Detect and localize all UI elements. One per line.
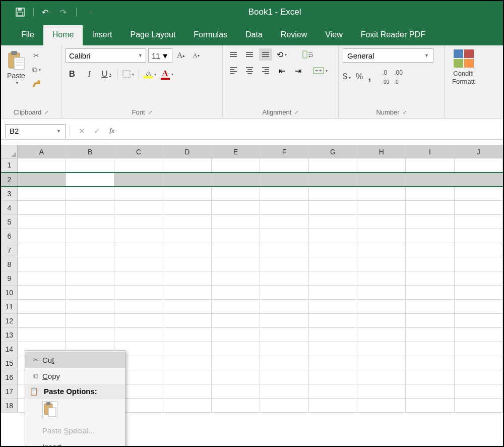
cell-I7[interactable] — [406, 243, 454, 257]
cell-H16[interactable] — [357, 370, 406, 384]
increase-indent-icon[interactable]: ⇥ — [291, 65, 304, 77]
cell-J4[interactable] — [454, 201, 502, 215]
cell-J14[interactable] — [454, 342, 502, 356]
cell-J1[interactable] — [454, 158, 502, 173]
ctx-cut[interactable]: ✂Cut — [25, 352, 125, 368]
cell-E8[interactable] — [212, 257, 260, 271]
wrap-text-icon[interactable] — [300, 48, 316, 61]
align-middle-icon[interactable] — [243, 48, 256, 61]
cell-I17[interactable] — [406, 384, 454, 399]
cell-G6[interactable] — [308, 229, 357, 243]
cell-G8[interactable] — [308, 257, 357, 271]
cell-F7[interactable] — [260, 243, 308, 257]
align-left-icon[interactable] — [227, 65, 240, 77]
increase-decimal-icon[interactable]: .0.00 — [382, 68, 389, 86]
number-format-select[interactable]: General▼ — [343, 48, 433, 63]
cell-A9[interactable] — [17, 271, 66, 286]
cell-I6[interactable] — [406, 229, 454, 243]
cell-F6[interactable] — [260, 229, 308, 243]
col-header-G[interactable]: G — [308, 145, 357, 158]
tab-foxit[interactable]: Foxit Reader PDF — [352, 25, 434, 45]
cell-B13[interactable] — [66, 328, 114, 342]
cell-B6[interactable] — [66, 229, 114, 243]
cell-C12[interactable] — [114, 314, 163, 328]
tab-page-layout[interactable]: Page Layout — [121, 25, 184, 45]
cell-H14[interactable] — [357, 342, 406, 356]
cell-A2[interactable] — [17, 173, 66, 187]
cell-A1[interactable] — [17, 158, 66, 173]
tab-insert[interactable]: Insert — [83, 25, 121, 45]
tab-data[interactable]: Data — [236, 25, 272, 45]
row-header-16[interactable]: 16 — [2, 370, 18, 384]
cell-G12[interactable] — [308, 314, 357, 328]
merge-center-icon[interactable]: ▾ — [312, 65, 328, 77]
cell-C1[interactable] — [114, 158, 163, 173]
cell-E16[interactable] — [212, 370, 260, 384]
redo-icon[interactable]: ↷ — [58, 7, 68, 17]
cell-D18[interactable] — [163, 399, 211, 413]
cell-E1[interactable] — [212, 158, 260, 173]
cell-E14[interactable] — [212, 342, 260, 356]
cell-F15[interactable] — [260, 356, 308, 370]
formula-input[interactable] — [119, 124, 503, 138]
cell-J15[interactable] — [454, 356, 502, 370]
number-dialog-icon[interactable]: ⤢ — [403, 109, 407, 115]
cell-F10[interactable] — [260, 286, 308, 300]
cell-F8[interactable] — [260, 257, 308, 271]
cell-H8[interactable] — [357, 257, 406, 271]
cell-E6[interactable] — [212, 229, 260, 243]
col-header-H[interactable]: H — [357, 145, 406, 158]
cell-D6[interactable] — [163, 229, 211, 243]
cell-D14[interactable] — [163, 342, 211, 356]
decrease-decimal-icon[interactable]: .00.0 — [394, 68, 403, 86]
align-dialog-icon[interactable]: ⤢ — [294, 109, 298, 115]
tab-review[interactable]: Review — [272, 25, 316, 45]
cell-I8[interactable] — [406, 257, 454, 271]
cell-H7[interactable] — [357, 243, 406, 257]
cell-H10[interactable] — [357, 286, 406, 300]
tab-formulas[interactable]: Formulas — [184, 25, 236, 45]
cell-B11[interactable] — [66, 300, 114, 314]
cell-A13[interactable] — [17, 328, 66, 342]
cell-J12[interactable] — [454, 314, 502, 328]
cell-J3[interactable] — [454, 187, 502, 201]
cell-H5[interactable] — [357, 215, 406, 229]
cell-F12[interactable] — [260, 314, 308, 328]
col-header-E[interactable]: E — [212, 145, 260, 158]
row-header-15[interactable]: 15 — [2, 356, 18, 370]
align-center-icon[interactable] — [243, 65, 256, 77]
cell-D8[interactable] — [163, 257, 211, 271]
row-header-17[interactable]: 17 — [2, 384, 18, 399]
cell-J18[interactable] — [454, 399, 502, 413]
col-header-B[interactable]: B — [66, 145, 114, 158]
cell-H13[interactable] — [357, 328, 406, 342]
copy-icon[interactable]: ⧉▾ — [30, 65, 42, 75]
cell-C3[interactable] — [114, 187, 163, 201]
cut-icon[interactable]: ✂ — [30, 50, 42, 61]
cell-I13[interactable] — [406, 328, 454, 342]
row-header-3[interactable]: 3 — [2, 187, 18, 201]
cell-B12[interactable] — [66, 314, 114, 328]
cell-I3[interactable] — [406, 187, 454, 201]
cell-I12[interactable] — [406, 314, 454, 328]
cell-F2[interactable] — [260, 173, 308, 187]
save-icon[interactable] — [15, 7, 25, 17]
cell-D2[interactable] — [163, 173, 211, 187]
cell-H3[interactable] — [357, 187, 406, 201]
cell-C6[interactable] — [114, 229, 163, 243]
cell-D15[interactable] — [163, 356, 211, 370]
row-header-13[interactable]: 13 — [2, 328, 18, 342]
cell-F4[interactable] — [260, 201, 308, 215]
cell-E11[interactable] — [212, 300, 260, 314]
comma-format-icon[interactable]: , — [368, 70, 371, 83]
cell-G1[interactable] — [308, 158, 357, 173]
cell-J2[interactable] — [454, 173, 502, 187]
format-painter-icon[interactable] — [30, 79, 42, 89]
cell-E17[interactable] — [212, 384, 260, 399]
row-header-1[interactable]: 1 — [2, 158, 18, 173]
cell-J16[interactable] — [454, 370, 502, 384]
cell-E12[interactable] — [212, 314, 260, 328]
cell-D7[interactable] — [163, 243, 211, 257]
cell-G10[interactable] — [308, 286, 357, 300]
cell-B9[interactable] — [66, 271, 114, 286]
